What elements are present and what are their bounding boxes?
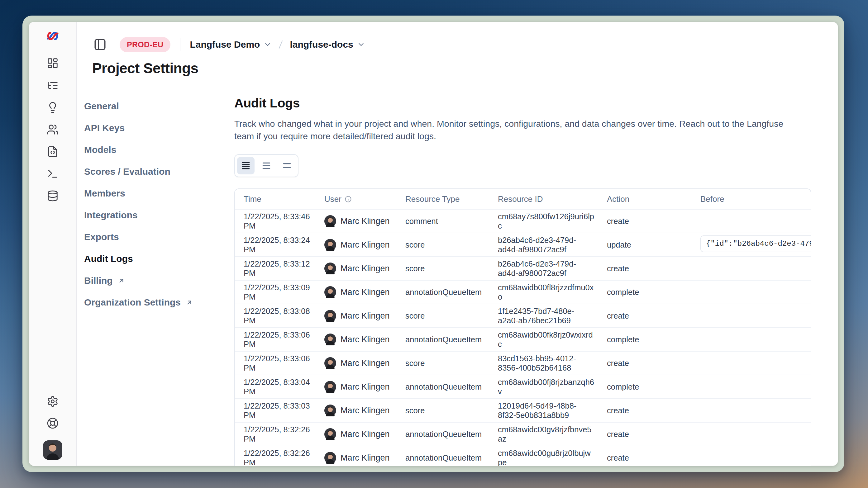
sidebar-toggle-icon[interactable] — [93, 38, 106, 51]
user-name: Marc Klingen — [341, 358, 390, 368]
project-selector[interactable]: langfuse-docs — [290, 39, 365, 50]
audit-action: create — [607, 453, 701, 462]
audit-action: create — [607, 406, 701, 415]
row-height-small-button[interactable] — [237, 157, 254, 174]
user-name: Marc Klingen — [341, 453, 390, 462]
audit-resource-type: annotationQueueItem — [405, 382, 498, 391]
audit-user: Marc Klingen — [324, 263, 405, 274]
dashboard-icon[interactable] — [47, 57, 59, 69]
audit-resource-type: score — [405, 264, 498, 273]
section-description: Track who changed what in your project a… — [234, 118, 804, 142]
settings-layout: General API Keys Models Scores / Evaluat… — [76, 85, 838, 466]
user-avatar — [324, 239, 336, 251]
table-body: 1/22/2025, 8:33:46 PM Marc Klingen comme… — [235, 209, 811, 466]
audit-user: Marc Klingen — [324, 239, 405, 251]
icon-sidebar — [29, 22, 76, 466]
topbar-divider — [180, 38, 180, 51]
user-avatar — [324, 452, 336, 464]
table-header-row: Time User Resource Type Resource ID Acti… — [235, 189, 811, 209]
audit-resource-type: score — [405, 240, 498, 250]
audit-time: 1/22/2025, 8:33:12 PM — [235, 259, 324, 278]
settings-nav-item-scores-evaluation[interactable]: Scores / Evaluation — [84, 161, 234, 183]
audit-time: 1/22/2025, 8:33:46 PM — [235, 212, 324, 230]
audit-resource-type: annotationQueueItem — [405, 287, 498, 297]
col-header-resource-type: Resource Type — [405, 194, 498, 204]
audit-user: Marc Klingen — [324, 310, 405, 322]
table-row: 1/22/2025, 8:33:24 PM Marc Klingen score… — [235, 233, 811, 256]
sidebar-nav — [47, 57, 59, 202]
settings-nav-item-general[interactable]: General — [84, 95, 234, 117]
table-row: 1/22/2025, 8:33:09 PM Marc Klingen annot… — [235, 280, 811, 304]
settings-nav-item-models[interactable]: Models — [84, 139, 234, 161]
trace-tree-icon[interactable] — [47, 79, 59, 91]
user-avatar — [324, 357, 336, 369]
user-name: Marc Klingen — [341, 429, 390, 439]
audit-before: {"id":"b26ab4c6-d2e3-479d-a — [701, 235, 811, 254]
audit-resource-id: 83cd1563-bb95-4012-8356-400b52b64168 — [498, 354, 607, 372]
project-name: langfuse-docs — [290, 39, 353, 50]
settings-nav-item-exports[interactable]: Exports — [84, 226, 234, 248]
database-icon[interactable] — [47, 190, 59, 202]
audit-action: create — [607, 264, 701, 273]
settings-gear-icon[interactable] — [47, 395, 59, 408]
org-selector[interactable]: Langfuse Demo — [190, 39, 272, 50]
user-avatar — [324, 404, 336, 416]
audit-time: 1/22/2025, 8:33:24 PM — [235, 235, 324, 254]
section-title: Audit Logs — [234, 96, 811, 110]
table-row: 1/22/2025, 8:33:46 PM Marc Klingen comme… — [235, 209, 811, 233]
audit-time: 1/22/2025, 8:33:06 PM — [235, 330, 324, 349]
table-row: 1/22/2025, 8:33:08 PM Marc Klingen score… — [235, 304, 811, 327]
settings-nav-item-billing[interactable]: Billing — [84, 270, 234, 292]
table-row: 1/22/2025, 8:32:26 PM Marc Klingen annot… — [235, 446, 811, 466]
page-title: Project Settings — [92, 60, 838, 76]
table-row: 1/22/2025, 8:32:26 PM Marc Klingen annot… — [235, 422, 811, 446]
settings-nav-item-organization-settings[interactable]: Organization Settings — [84, 292, 234, 313]
table-row: 1/22/2025, 8:33:04 PM Marc Klingen annot… — [235, 375, 811, 398]
col-header-action: Action — [607, 194, 701, 204]
user-name: Marc Klingen — [341, 287, 390, 297]
settings-nav-item-members[interactable]: Members — [84, 183, 234, 204]
audit-resource-id: 12019d64-5d49-48b8-8f32-5e0b831a8bb9 — [498, 401, 607, 420]
table-row: 1/22/2025, 8:33:06 PM Marc Klingen score… — [235, 351, 811, 375]
audit-resource-id: cm68awidc00gu8rjz0lbujwpe — [498, 449, 607, 466]
file-code-icon[interactable] — [47, 146, 59, 158]
user-avatar[interactable] — [43, 441, 62, 460]
audit-logs-section: Audit Logs Track who changed what in you… — [234, 95, 811, 466]
audit-action: complete — [607, 335, 701, 344]
sidebar-bottom — [43, 395, 62, 460]
user-avatar — [324, 215, 336, 227]
settings-nav-item-audit-logs[interactable]: Audit Logs — [84, 248, 234, 270]
support-lifebuoy-icon[interactable] — [47, 417, 59, 429]
users-icon[interactable] — [47, 124, 59, 135]
external-link-icon — [118, 277, 125, 284]
audit-action: complete — [607, 287, 701, 297]
info-icon[interactable] — [345, 196, 352, 203]
audit-action: update — [607, 240, 701, 250]
audit-resource-type: annotationQueueItem — [405, 429, 498, 439]
user-avatar — [324, 286, 336, 298]
audit-time: 1/22/2025, 8:33:08 PM — [235, 306, 324, 325]
audit-time: 1/22/2025, 8:32:26 PM — [235, 449, 324, 466]
settings-nav-item-api-keys[interactable]: API Keys — [84, 117, 234, 139]
col-header-user: User — [324, 194, 405, 204]
breadcrumb-slash — [277, 39, 285, 50]
langfuse-logo-icon[interactable] — [45, 31, 60, 42]
settings-nav-item-integrations[interactable]: Integrations — [84, 204, 234, 226]
terminal-icon[interactable] — [47, 168, 59, 180]
audit-time: 1/22/2025, 8:32:26 PM — [235, 425, 324, 444]
external-link-icon — [186, 299, 193, 306]
row-height-toggle — [234, 154, 299, 177]
environment-badge: PROD-EU — [120, 37, 170, 52]
audit-time: 1/22/2025, 8:33:03 PM — [235, 401, 324, 420]
audit-time: 1/22/2025, 8:33:06 PM — [235, 354, 324, 372]
main-area: PROD-EU Langfuse Demo langfuse-docs Proj… — [76, 22, 838, 466]
user-avatar — [324, 263, 336, 274]
lightbulb-icon[interactable] — [47, 101, 59, 113]
col-header-before: Before — [701, 194, 811, 204]
audit-resource-id: cm68awidc00gv8rjzfbnve5az — [498, 425, 607, 444]
audit-resource-type: annotationQueueItem — [405, 453, 498, 462]
audit-user: Marc Klingen — [324, 452, 405, 464]
audit-resource-id: cm68awidb00fk8rjz0wxixrdc — [498, 330, 607, 349]
row-height-medium-button[interactable] — [258, 157, 275, 174]
row-height-large-button[interactable] — [278, 157, 296, 174]
